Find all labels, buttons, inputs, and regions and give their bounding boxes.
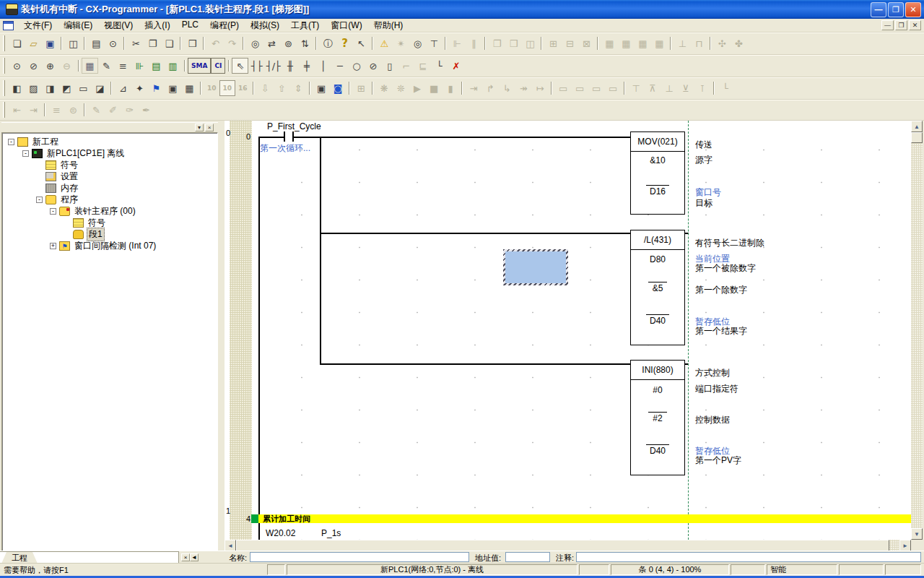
tb-monitor-warning[interactable]: ⊤ [426,35,443,51]
tb-sim-network[interactable]: ⊞ [353,80,370,96]
tb-watch-1[interactable]: ▭ [555,80,572,96]
menu-plc[interactable]: PLC [176,19,204,33]
contact-left-leg[interactable] [284,131,285,142]
tb-hex-16[interactable]: 16 [235,80,250,96]
ini-operand-1[interactable]: #0 [631,385,684,395]
tb-new-file[interactable]: ❏ [9,35,25,51]
menu-window[interactable]: 窗口(W) [325,19,367,33]
toolbar-gripper[interactable] [3,80,5,96]
menu-simulation[interactable]: 模拟(S) [245,19,285,33]
tb-find[interactable]: ◎ [247,35,263,51]
tree-expander-icon[interactable]: - [36,197,43,203]
vertical-scrollbar[interactable]: ▲ ▼ [911,121,923,540]
tb-coil[interactable]: ○ [348,58,365,74]
app-icon[interactable] [6,4,18,15]
tb-online-edit[interactable]: ⊩ [449,35,466,51]
tb-coil-closed[interactable]: ⊘ [365,58,381,74]
tree-item-settings[interactable]: 设置 [2,171,217,182]
tree-item-interrupt-program[interactable]: + 窗口间隔检测 (Int 07) [2,240,217,251]
workspace-collapse-button[interactable]: ▾ [195,124,204,131]
tb-watch-2[interactable]: ▭ [572,80,588,96]
tb-address-ref[interactable]: ⇅ [297,35,313,51]
horizontal-scroll-thumb[interactable] [236,540,889,551]
tb-view-window-b[interactable]: ▨ [25,80,42,96]
tree-item-global-symbols[interactable]: 符号 [2,159,217,171]
vertical-scroll-thumb[interactable] [911,132,923,143]
tb-view-window-f[interactable]: ◪ [92,80,108,96]
tree-expander-icon[interactable]: - [50,208,56,215]
mdi-close-button[interactable]: ✕ [909,20,921,30]
tb-window-c[interactable]: ◫ [522,35,539,51]
divl-operand-2[interactable]: &5 [648,282,667,293]
tb-fb-invoke[interactable]: ⌐ [398,58,414,74]
tb-show-monitor-box[interactable]: ▤ [148,58,165,74]
tb-goto-connection[interactable]: └ [718,80,734,96]
tb-print[interactable]: ▤ [88,35,105,51]
tb-undo[interactable]: ↶ [207,35,224,51]
tb-view-window-a[interactable]: ◧ [9,80,25,96]
ini-operand-2[interactable]: #2 [648,412,667,423]
tb-vertical-line[interactable]: │ [315,58,331,74]
ladder-canvas[interactable]: 0 0 P_First_Cycle 第一次循环... MOV(021) [225,121,911,540]
tb-run[interactable]: ▶ [409,80,426,96]
tb-cut[interactable]: ✂ [128,35,144,51]
toolbar-gripper[interactable] [3,102,5,118]
tb-select-tool[interactable]: ⇖ [232,58,248,74]
tb-stop[interactable]: ■ [426,80,443,96]
restore-button[interactable]: ❐ [888,2,904,17]
tb-replace[interactable]: ⊚ [280,35,297,51]
tb-view-window-e[interactable]: ▭ [75,80,92,96]
tb-step-b[interactable]: ↳ [499,80,515,96]
tb-open-file[interactable]: ▱ [25,35,42,51]
tb-decimal-10b[interactable]: 10 [219,80,236,96]
tb-copy[interactable]: ❐ [144,35,161,51]
tb-delete-tool[interactable]: ✗ [448,58,464,74]
divl-operand-1[interactable]: D80 [631,254,684,264]
tb-symbol-view[interactable]: CI [211,58,225,74]
tb-transfer-compare[interactable]: ⇕ [290,80,307,96]
tb-rung-comment[interactable]: ✎ [98,58,115,74]
tb-zoom-normal[interactable]: ⊙ [9,58,25,74]
tb-grid[interactable]: ▦ [82,58,98,74]
menu-program[interactable]: 编程(P) [204,19,245,33]
menu-edit[interactable]: 编辑(E) [58,19,98,33]
tb-transfer-to-plc[interactable]: ⇩ [257,80,274,96]
address-input[interactable] [505,552,550,562]
tb-step-a[interactable]: ↱ [482,80,499,96]
tb-online-simulator[interactable]: ◙ [330,80,346,96]
tb-view-window-c[interactable]: ◨ [42,80,58,96]
tb-error-next[interactable]: ✴ [393,35,409,51]
tb-monitor-a[interactable]: ❋ [376,80,393,96]
workspace-close-button[interactable]: × [205,124,214,131]
tb-mnemonic-view[interactable]: SMA [188,58,211,74]
tb-zoom-custom[interactable]: ⊘ [25,58,42,74]
tb-io-table-c[interactable]: ▦ [635,35,651,51]
minimize-button[interactable]: — [871,2,886,17]
tb-section-flag[interactable]: ⚑ [148,80,165,96]
tree-item-main-symbols[interactable]: 符号 [2,217,217,228]
toolbar-gripper[interactable] [3,35,5,51]
mov-instruction-block[interactable]: MOV(021) &10 D16 [630,131,685,215]
tb-print-preview[interactable]: ⊙ [105,35,121,51]
tb-properties[interactable]: ⓘ [320,35,336,51]
scroll-down-button[interactable]: ▼ [911,528,923,540]
close-button[interactable]: ✕ [905,2,921,17]
tb-util-a[interactable]: ⊥ [674,35,691,51]
tb-error-list[interactable]: ⚠ [376,35,393,51]
tb-indent-right[interactable]: ⇥ [25,102,42,118]
tb-contact-or-no[interactable]: ╫ [282,58,298,74]
tb-edit-a[interactable]: ✎ [88,102,105,118]
tb-show-rung-numbers[interactable]: ⊪ [131,58,148,74]
tb-instruction-box[interactable]: ▯ [381,58,398,74]
tb-process-b[interactable]: ⊟ [562,35,578,51]
tree-expander-icon[interactable]: + [50,243,56,249]
selection-cursor[interactable] [503,249,568,285]
mov-operand-1[interactable]: &10 [631,155,684,165]
tb-diff-a[interactable]: ⊤ [628,80,645,96]
contact-right-leg[interactable] [292,131,294,142]
tb-redo[interactable]: ↷ [224,35,240,51]
tb-compare[interactable]: ◫ [65,35,82,51]
tb-show-sections[interactable]: ▥ [165,58,181,74]
tb-io-table-b[interactable]: ▦ [618,35,635,51]
mov-operand-2[interactable]: D16 [646,185,669,197]
